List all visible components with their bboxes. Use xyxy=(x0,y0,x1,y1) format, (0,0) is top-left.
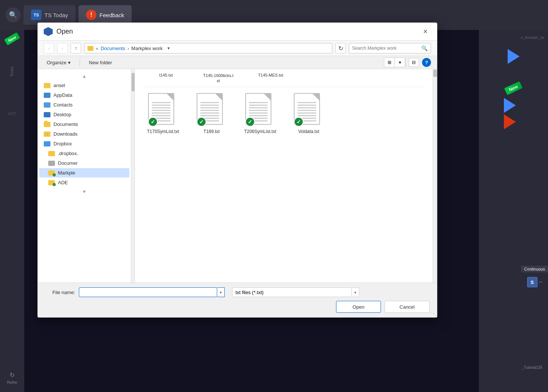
cancel-button[interactable]: Cancel xyxy=(385,301,430,313)
file-icon-t189: ✓ xyxy=(197,93,227,127)
file-icon-t170: ✓ xyxy=(148,93,178,127)
view-dropdown-button[interactable]: ▾ xyxy=(395,58,405,67)
search-icon[interactable]: 🔍 xyxy=(6,7,21,22)
sidebar-item-dropbox[interactable]: Dropbox xyxy=(39,139,129,148)
folder-icon-appdata xyxy=(44,93,50,98)
check-badge-voldata: ✓ xyxy=(294,117,304,127)
sidebar-item-appdata[interactable]: AppData xyxy=(39,90,129,100)
refresh-button[interactable]: ↻ Refre xyxy=(7,371,17,385)
file-header-t145: t145.txt xyxy=(145,73,187,84)
filename-row: File name: ▾ txt files (*.txt) ▾ xyxy=(45,287,430,297)
help-button[interactable]: ? xyxy=(422,58,431,67)
sidebar-item-ade[interactable]: ✓ ADE xyxy=(39,178,129,187)
folder-icon-ade: ✓ xyxy=(48,180,55,185)
toolbar-separator xyxy=(80,59,80,66)
search-input[interactable] xyxy=(352,46,421,51)
file-t145-mes-label[interactable]: T145-MES.txt xyxy=(250,73,291,77)
open-button[interactable]: Open xyxy=(336,301,381,313)
sidebar-item-downloads[interactable]: ↓ Downloads xyxy=(39,129,129,139)
view-preview-button[interactable]: ⊟ xyxy=(409,58,419,67)
tab-ts-today[interactable]: TS TS Today xyxy=(24,5,76,25)
nav-scroll-thumb xyxy=(132,73,135,92)
view-controls: ⊞ ▾ xyxy=(384,58,406,67)
dialog-body: ▲ ansel AppData Contacts Desktop xyxy=(38,69,437,283)
file-header-t145-1600: T145-1600ticks.txt xyxy=(194,73,243,84)
breadcrumb-folder-icon xyxy=(87,46,93,51)
new-badge-area: New xyxy=(504,84,523,129)
nav-refresh-button[interactable]: ↻ xyxy=(335,43,346,53)
folder-icon-dropbox-sub xyxy=(48,151,55,156)
new-badge-left: New xyxy=(4,33,20,46)
breadcrumb-arrow: › xyxy=(127,46,129,51)
sidebar-label-appdata: AppData xyxy=(53,92,73,98)
sidebar-label-downloads: Downloads xyxy=(53,131,77,137)
scroll-up-indicator: ▲ xyxy=(38,72,131,80)
sidebar-item-documents[interactable]: Documents xyxy=(39,120,129,129)
file-item-t170[interactable]: ✓ T170SymList.txt xyxy=(142,90,184,138)
up-button[interactable]: ↑ xyxy=(71,43,81,53)
filetype-label: txt files (*.txt) xyxy=(235,290,264,295)
forward-button[interactable]: › xyxy=(57,43,68,53)
file-t145-1600-label[interactable]: T145-1600ticks.txt xyxy=(194,73,243,84)
file-grid: ✓ T170SymList.txt xyxy=(142,90,425,138)
filetype-display: txt files (*.txt) xyxy=(232,287,352,297)
toolbar: Organize ▾ New folder ⊞ ▾ ⊟ ? xyxy=(38,56,437,69)
dialog-bottom: File name: ▾ txt files (*.txt) ▾ Open Ca… xyxy=(38,283,437,317)
filetype-dropdown-button[interactable]: ▾ xyxy=(352,287,359,297)
file-header-row: t145.txt T145-1600ticks.txt T145-MES.txt xyxy=(142,73,425,87)
organize-arrow: ▾ xyxy=(68,60,71,65)
sidebar-label-dropbox-sub: .dropbox. xyxy=(58,151,78,156)
sidebar-label-documents2: Documer xyxy=(58,160,78,166)
file-item-t189[interactable]: ✓ T189.txt xyxy=(191,90,232,138)
folder-icon-documents xyxy=(44,122,50,127)
back-button[interactable]: ‹ xyxy=(44,43,54,53)
filename-dropdown-button[interactable]: ▾ xyxy=(217,287,225,297)
sidebar-item-contacts[interactable]: Contacts xyxy=(39,100,129,109)
nav-sidebar: ▲ ansel AppData Contacts Desktop xyxy=(38,69,131,283)
file-item-voldata[interactable]: ✓ Voldata.txt xyxy=(288,90,329,138)
folder-icon-ansel xyxy=(44,83,50,88)
organize-button[interactable]: Organize ▾ xyxy=(44,58,74,67)
file-icon-t206: ✓ xyxy=(245,93,275,127)
close-button[interactable]: × xyxy=(420,26,431,37)
search-button-icon[interactable]: 🔍 xyxy=(421,45,428,51)
nav-scrollbar[interactable] xyxy=(131,69,135,283)
folder-icon-downloads: ↓ xyxy=(44,132,50,137)
file-scroll-thumb xyxy=(433,70,437,77)
sidebar-label-browser: e_browser_ex xyxy=(521,36,544,40)
tab-feedback[interactable]: ! Feedback xyxy=(78,5,132,25)
folder-icon-contacts xyxy=(44,102,50,108)
sidebar-item-markplex[interactable]: ✓ Markple xyxy=(39,168,129,178)
resize-handle[interactable] xyxy=(431,311,437,317)
file-area-scrollbar[interactable] xyxy=(432,69,437,283)
view-thumbnails-button[interactable]: ⊞ xyxy=(384,58,395,67)
sidebar-item-desktop[interactable]: Desktop xyxy=(39,110,129,119)
minus-icon[interactable]: − xyxy=(539,279,542,285)
breadcrumb-documents[interactable]: Documents xyxy=(101,46,125,51)
filetype-group: txt files (*.txt) ▾ xyxy=(232,287,359,297)
file-t145-label[interactable]: t145.txt xyxy=(159,73,173,77)
folder-icon-documents2 xyxy=(48,161,55,166)
file-item-t206[interactable]: ✓ T206SymList.txt xyxy=(240,90,281,138)
continuous-label: Continuous xyxy=(521,266,548,272)
search-bar: 🔍 xyxy=(349,43,431,53)
sidebar-item-documents2[interactable]: Documer xyxy=(39,158,129,168)
folder-icon-markplex: ✓ xyxy=(48,170,55,176)
scroll-down-indicator: ▼ xyxy=(38,188,131,196)
title-left: Open xyxy=(44,27,73,36)
sidebar-item-ansel[interactable]: ansel xyxy=(39,81,129,90)
tab-feedback-label: Feedback xyxy=(99,12,124,18)
sidebar-label-dropbox: Dropbox xyxy=(53,141,72,146)
sidebar-label-contacts: Contacts xyxy=(53,102,73,108)
s-button[interactable]: S xyxy=(527,277,538,287)
new-folder-button[interactable]: New folder xyxy=(86,58,115,67)
folder-icon-dropbox xyxy=(44,141,50,146)
filename-input[interactable] xyxy=(79,287,217,297)
sidebar-label-markplex: Markple xyxy=(58,170,75,176)
ts-today-icon: TS xyxy=(31,10,41,20)
breadcrumb-current: Markplex work xyxy=(131,46,163,51)
dialog-titlebar: Open × xyxy=(38,23,437,41)
arrow-red-right-1 xyxy=(504,114,516,129)
sidebar-item-dropbox-sub[interactable]: .dropbox. xyxy=(39,149,129,158)
breadcrumb-dropdown-button[interactable]: ▾ xyxy=(165,44,172,52)
